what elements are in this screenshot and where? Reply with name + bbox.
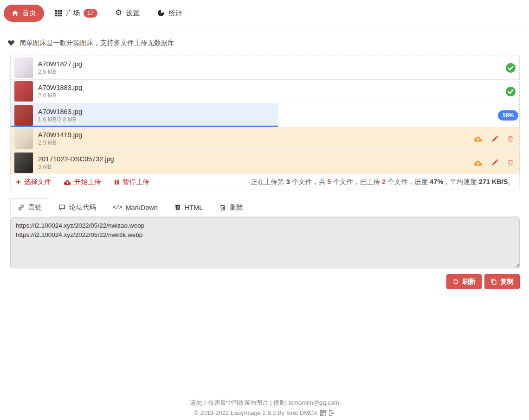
start-upload-button[interactable]: 开始上传	[64, 178, 101, 186]
heart-icon	[7, 39, 15, 46]
tab-html[interactable]: 5 HTML	[167, 198, 210, 216]
pause-upload-button[interactable]: 暂停上传	[114, 178, 149, 186]
pause-icon	[114, 179, 120, 185]
intro-line: 简单图床是一款开源图床，支持多文件上传无数据库	[7, 38, 529, 47]
file-row-queued: 20171022-DSC05732.jpg 3 MB	[11, 151, 519, 174]
gallery-count-badge: 17	[84, 9, 97, 18]
comment-icon	[58, 204, 65, 211]
select-files-button[interactable]: 选择文件	[15, 178, 51, 186]
sign-out-icon[interactable]	[329, 410, 335, 416]
nav-item-stats[interactable]: 统计	[151, 5, 189, 22]
nav-item-settings[interactable]: ⚙ 设置	[109, 5, 146, 22]
page-footer: 请勿上传违反中国政策的图片 | 侵删: lemomim@qq.com © 201…	[4, 392, 525, 416]
file-name: A70W1883.jpg	[38, 84, 82, 91]
nav-item-label: 广场	[66, 9, 80, 18]
file-row-queued: A70W1419.jpg 2.9 MB	[11, 127, 519, 151]
file-name: A70W1419.jpg	[38, 131, 82, 139]
gears-icon: ⚙	[115, 9, 122, 17]
file-name: A70W1863.jpg	[38, 108, 82, 115]
overall-progress-percent: 47%	[430, 178, 443, 185]
output-actions: 刷新 复制	[0, 274, 520, 289]
nav-item-label: 设置	[126, 9, 140, 18]
file-size: 1.6 MB/2.8 MB	[38, 117, 82, 123]
output-tabs: 直链 论坛代码 </> MarkDown 5 HTML 删除	[10, 198, 520, 216]
file-thumbnail	[14, 105, 33, 126]
trash-icon	[219, 204, 226, 211]
edit-pencil-icon[interactable]	[491, 159, 498, 166]
nav-item-home[interactable]: 首页	[4, 5, 44, 22]
refresh-button[interactable]: 刷新	[446, 274, 482, 289]
tab-markdown[interactable]: </> MarkDown	[105, 198, 165, 216]
edit-pencil-icon[interactable]	[491, 135, 498, 142]
upload-status-text: 正在上传第 3 个文件，共 5 个文件，已上传 2 个文件，进度 47%，平均速…	[251, 178, 515, 186]
svg-text:5: 5	[177, 206, 179, 209]
progress-percent-badge: 58%	[498, 110, 518, 121]
file-row-uploading: A70W1863.jpg 1.6 MB/2.8 MB 58%	[11, 103, 519, 127]
code-icon: </>	[113, 204, 122, 211]
file-name: 20171022-DSC05732.jpg	[38, 155, 114, 163]
progress-bar	[11, 126, 278, 127]
file-row: A70W1883.jpg 2.6 MB	[11, 80, 519, 103]
file-thumbnail	[14, 57, 33, 78]
file-size: 3 MB	[38, 164, 114, 170]
file-size: 2.6 MB	[38, 69, 82, 75]
file-thumbnail	[14, 81, 33, 102]
links-output-textarea[interactable]: https://i2.100024.xyz/2022/05/22/nwizao.…	[10, 217, 520, 268]
cloud-upload-icon	[64, 179, 71, 185]
html5-icon: 5	[174, 204, 181, 211]
check-circle-icon	[506, 87, 516, 96]
top-nav: 首页 广场 17 ⚙ 设置 统计	[0, 0, 529, 26]
upload-toolbar: 选择文件 开始上传 暂停上传 正在上传第 3 个文件，共 5 个文件，已上传 2…	[10, 174, 520, 190]
trash-icon[interactable]	[507, 159, 514, 166]
cloud-upload-icon[interactable]	[474, 159, 483, 166]
nav-item-label: 统计	[168, 9, 182, 18]
home-icon	[12, 10, 19, 17]
file-row: A70W1827.jpg 2.6 MB	[11, 56, 519, 80]
refresh-icon	[452, 279, 459, 285]
intro-text: 简单图床是一款开源图床，支持多文件上传无数据库	[19, 38, 174, 47]
nav-item-gallery[interactable]: 广场 17	[49, 5, 104, 22]
plus-icon	[15, 179, 21, 185]
grid-icon	[55, 10, 62, 17]
trash-icon[interactable]	[507, 135, 514, 142]
upload-dropzone[interactable]: A70W1827.jpg 2.6 MB A70W1883.jpg 2.6 MB	[10, 56, 520, 174]
file-thumbnail	[14, 128, 33, 149]
current-file-number: 3	[286, 178, 290, 185]
file-size: 2.9 MB	[38, 140, 82, 146]
tab-delete[interactable]: 删除	[212, 198, 251, 216]
nav-item-label: 首页	[22, 9, 36, 18]
average-speed: 271 KB/S	[479, 178, 508, 185]
link-icon	[18, 204, 25, 211]
pie-chart-icon	[157, 9, 165, 17]
check-circle-icon	[506, 63, 516, 73]
cloud-upload-icon[interactable]	[474, 135, 483, 142]
uploaded-files-number: 2	[382, 178, 386, 185]
file-thumbnail	[14, 153, 33, 173]
upload-panel: A70W1827.jpg 2.6 MB A70W1883.jpg 2.6 MB	[10, 56, 520, 190]
copy-icon	[490, 278, 497, 285]
tab-forum-code[interactable]: 论坛代码	[51, 198, 103, 216]
file-size: 2.6 MB	[38, 93, 82, 99]
file-name: A70W1827.jpg	[38, 60, 82, 68]
footer-copyright: © 2018-2022 EasyImage 2.6.2 By Icret DMC…	[194, 409, 317, 416]
copy-button[interactable]: 复制	[484, 274, 520, 289]
tab-direct-link[interactable]: 直链	[10, 198, 49, 216]
qrcode-icon[interactable]	[320, 410, 326, 416]
footer-policy-line: 请勿上传违反中国政策的图片 | 侵删: lemomim@qq.com	[4, 399, 525, 407]
